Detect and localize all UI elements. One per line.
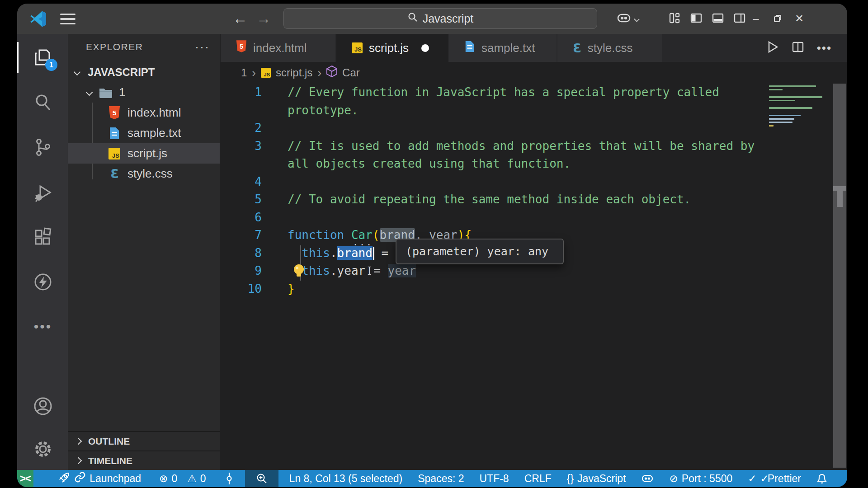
remote-indicator[interactable]: >< (17, 470, 33, 487)
tree-file-index-html[interactable]: 5 index.html (68, 103, 220, 123)
code-row[interactable]: prototype. (221, 102, 847, 120)
account-icon[interactable] (33, 396, 53, 417)
nav-forward-button[interactable]: → (254, 9, 273, 28)
tab-style-css[interactable]: 3 style.css (557, 34, 662, 62)
code-row[interactable]: 1// Every function in JavaScript has a s… (221, 84, 847, 102)
toggle-primary-sidebar-icon[interactable] (690, 12, 703, 26)
editor-more-actions-icon[interactable]: ••• (817, 41, 832, 55)
port-icon: ⊘ (669, 473, 678, 484)
editor-scrollbar[interactable] (833, 84, 846, 468)
launchpad-item[interactable]: Launchpad (59, 471, 141, 486)
html-file-icon: 5 (108, 106, 121, 120)
code-row[interactable]: 5// To avoid repeating the same method i… (221, 191, 847, 209)
code-editor[interactable]: 1// Every function in JavaScript has a s… (221, 84, 847, 470)
minimize-button[interactable]: – (745, 7, 767, 30)
search-icon (407, 12, 418, 25)
problems-item[interactable]: ⊗ 0 ⚠ 0 (159, 473, 206, 485)
lightbulb-quickfix-icon[interactable] (292, 263, 306, 278)
toggle-secondary-sidebar-icon[interactable] (733, 12, 746, 26)
customize-layout-icon[interactable] (668, 12, 681, 26)
copilot-icon (617, 12, 631, 26)
chevron-down-icon (86, 89, 93, 96)
code-row[interactable]: 3// It is used to add methods and proper… (221, 137, 847, 155)
tree-file-script-js[interactable]: JS script.js (68, 143, 220, 164)
breadcrumb-symbol[interactable]: Car (342, 66, 360, 79)
settings-gear-icon[interactable] (33, 439, 53, 460)
nav-back-button[interactable]: ← (231, 9, 250, 28)
explorer-header: EXPLORER (86, 42, 143, 52)
thunder-client-icon[interactable] (33, 272, 53, 292)
js-file-icon: JS (352, 42, 363, 53)
tooltip-text: (parameter) year: any (406, 245, 548, 258)
port-item[interactable]: ⊘ Port : 5500 (669, 473, 732, 485)
copilot-status-item[interactable] (641, 474, 654, 483)
tree-file-style-css[interactable]: 3 style.css (68, 164, 220, 184)
workbench: 1 (17, 34, 847, 470)
commit-item[interactable] (224, 472, 234, 485)
tab-label: style.css (588, 41, 633, 55)
svg-text:5: 5 (113, 109, 117, 117)
search-view-icon[interactable] (33, 92, 53, 113)
split-editor-icon[interactable] (792, 41, 804, 55)
file-label: sample.txt (127, 126, 181, 140)
toggle-panel-icon[interactable] (712, 12, 724, 26)
editor-area: 5 index.html JS script.js sample.txt 3 (221, 34, 847, 470)
tab-script-js[interactable]: JS script.js (336, 34, 448, 62)
breadcrumb-separator: › (317, 66, 321, 80)
menu-icon[interactable] (60, 14, 76, 24)
outline-section-header[interactable]: OUTLINE (68, 431, 220, 450)
cursor-position-item[interactable]: Ln 8, Col 13 (5 selected) (289, 473, 403, 485)
explorer-more-actions-icon[interactable]: ··· (195, 40, 210, 54)
prettier-item[interactable]: ✓ ✓ Prettier (748, 473, 801, 485)
code-row[interactable]: 10} (221, 280, 847, 298)
tab-sample-txt[interactable]: sample.txt (449, 34, 557, 62)
title-bar: ← → Javascript (17, 4, 847, 34)
code-row[interactable]: 2 (221, 119, 847, 137)
unsaved-changes-dot[interactable] (421, 44, 429, 52)
run-file-icon[interactable] (765, 40, 779, 56)
more-views-icon[interactable]: ••• (33, 316, 53, 337)
warning-icon: ⚠ (187, 473, 197, 484)
code-row[interactable]: 4 (221, 173, 847, 191)
minimap[interactable] (769, 85, 832, 127)
breadcrumb: 1 › JS script.js › Car (221, 62, 847, 84)
run-debug-icon[interactable] (33, 183, 53, 204)
active-view-indicator (17, 42, 19, 73)
zoom-status-item[interactable] (245, 470, 278, 487)
breadcrumb-file[interactable]: script.js (276, 66, 312, 79)
source-control-icon[interactable] (33, 137, 53, 158)
language-mode-item[interactable]: {} JavaScript (567, 473, 626, 485)
parameter-hint-tooltip: (parameter) year: any (396, 239, 564, 264)
extensions-icon[interactable] (33, 226, 53, 247)
html-file-icon: 5 (236, 40, 247, 56)
chevron-down-icon (74, 69, 81, 76)
timeline-section-header[interactable]: TIMELINE (68, 450, 220, 470)
code-row[interactable]: all objects created using that function. (221, 155, 847, 173)
copilot-menu-button[interactable] (613, 12, 642, 26)
js-file-icon: JS (108, 147, 121, 160)
command-center-search[interactable]: Javascript (283, 8, 597, 29)
notifications-item[interactable] (816, 473, 827, 484)
status-bar: >< Launchpad ⊗ 0 ⚠ 0 (17, 470, 847, 487)
copilot-icon (641, 474, 654, 483)
file-label: style.css (127, 167, 173, 181)
eol-item[interactable]: CRLF (524, 473, 552, 485)
tree-folder-1[interactable]: 1 (68, 82, 220, 103)
code-row[interactable]: 6 (221, 209, 847, 227)
explorer-icon[interactable]: 1 (33, 47, 53, 68)
tab-index-html[interactable]: 5 index.html (221, 34, 335, 62)
tree-root-javascript[interactable]: JAVASCRIPT (68, 62, 220, 82)
chevron-down-icon (634, 16, 640, 22)
commit-icon (224, 472, 234, 485)
bell-icon (816, 473, 827, 484)
breadcrumb-folder[interactable]: 1 (241, 66, 247, 79)
indentation-item[interactable]: Spaces: 2 (418, 473, 464, 485)
close-button[interactable]: ✕ (788, 7, 810, 30)
code-row[interactable]: 9 this.yearI= year (221, 262, 847, 280)
tree-file-sample-txt[interactable]: sample.txt (68, 123, 220, 143)
encoding-item[interactable]: UTF-8 (480, 473, 509, 485)
folder-icon (99, 86, 113, 99)
svg-text:5: 5 (240, 43, 243, 50)
restore-button[interactable] (767, 7, 788, 30)
check-icon: ✓ (748, 473, 756, 485)
